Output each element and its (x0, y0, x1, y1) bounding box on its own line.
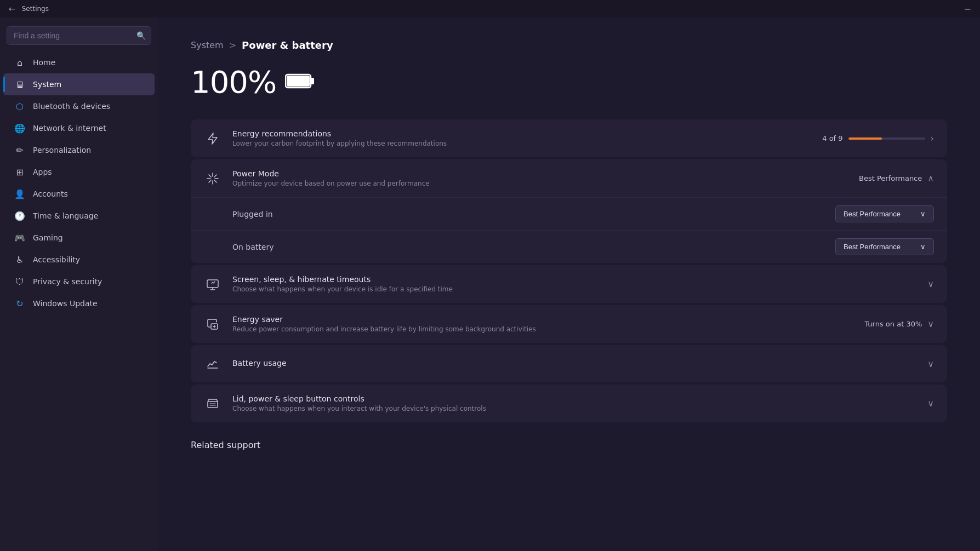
search-input[interactable] (7, 26, 151, 45)
battery-usage-icon (204, 355, 221, 372)
energy-saver-chevron: ∨ (927, 319, 934, 329)
window-controls: − (964, 4, 971, 14)
battery-display: 100% (191, 64, 947, 100)
back-icon[interactable]: ← (9, 4, 15, 13)
battery-icon (285, 70, 315, 95)
personalization-icon: ✏ (14, 145, 25, 156)
energy-recommendations-count: 4 of 9 (822, 134, 842, 142)
sidebar-item-windows-update[interactable]: ↻ Windows Update (3, 292, 155, 314)
sidebar-label-gaming: Gaming (33, 233, 63, 242)
card-energy-saver: Energy saver Reduce power consumption an… (191, 305, 947, 343)
card-lid-controls: Lid, power & sleep button controls Choos… (191, 384, 947, 422)
sidebar-item-gaming[interactable]: 🎮 Gaming (3, 227, 155, 249)
plugged-in-value: Best Performance (844, 210, 901, 218)
power-mode-icon (204, 170, 221, 187)
battery-usage-right: ∨ (927, 359, 934, 369)
breadcrumb-current: Power & battery (242, 39, 333, 51)
card-row-screen-sleep[interactable]: Screen, sleep, & hibernate timeouts Choo… (191, 265, 947, 303)
energy-progress-fill (848, 137, 882, 140)
on-battery-dropdown[interactable]: Best Performance ∨ (835, 238, 934, 255)
card-screen-sleep: Screen, sleep, & hibernate timeouts Choo… (191, 265, 947, 303)
sidebar-item-network[interactable]: 🌐 Network & internet (3, 117, 155, 139)
screen-sleep-icon (204, 276, 221, 293)
card-row-energy-recommendations[interactable]: Energy recommendations Lower your carbon… (191, 119, 947, 157)
app-title: Settings (22, 5, 49, 13)
breadcrumb-parent[interactable]: System (191, 40, 224, 50)
lid-controls-text: Lid, power & sleep button controls Choos… (232, 394, 916, 412)
energy-saver-icon (204, 315, 221, 333)
lid-controls-title: Lid, power & sleep button controls (232, 394, 916, 403)
sidebar-label-bluetooth: Bluetooth & devices (33, 102, 110, 111)
lid-controls-icon (204, 395, 221, 412)
battery-usage-text: Battery usage (232, 359, 916, 369)
minimize-button[interactable]: − (964, 4, 971, 14)
energy-saver-right: Turns on at 30% ∨ (864, 319, 934, 329)
bluetooth-icon: ⬡ (14, 101, 25, 112)
screen-sleep-chevron: ∨ (927, 279, 934, 289)
sidebar-label-time: Time & language (33, 211, 98, 220)
sidebar-label-apps: Apps (33, 168, 52, 176)
related-support: Related support (191, 440, 947, 450)
sidebar-label-accessibility: Accessibility (33, 255, 80, 264)
sidebar-item-home[interactable]: ⌂ Home (3, 51, 155, 73)
system-icon: 🖥 (14, 79, 25, 90)
sidebar-item-time[interactable]: 🕐 Time & language (3, 205, 155, 227)
search-container: 🔍 (7, 26, 151, 45)
sidebar-item-bluetooth[interactable]: ⬡ Bluetooth & devices (3, 95, 155, 117)
power-mode-subtitle: Optimize your device based on power use … (232, 180, 848, 187)
energy-progress-bar (848, 137, 925, 140)
energy-recommendations-text: Energy recommendations Lower your carbon… (232, 129, 811, 147)
sidebar-item-personalization[interactable]: ✏ Personalization (3, 139, 155, 161)
accounts-icon: 👤 (14, 188, 25, 199)
sidebar-item-accessibility[interactable]: ♿ Accessibility (3, 249, 155, 271)
app-body: 🔍 ⌂ Home 🖥 System ⬡ Bluetooth & devices … (0, 18, 980, 551)
power-mode-text: Power Mode Optimize your device based on… (232, 169, 848, 187)
sidebar: 🔍 ⌂ Home 🖥 System ⬡ Bluetooth & devices … (0, 18, 158, 551)
lid-controls-subtitle: Choose what happens when you interact wi… (232, 405, 916, 412)
card-row-battery-usage[interactable]: Battery usage ∨ (191, 345, 947, 382)
battery-usage-title: Battery usage (232, 359, 916, 368)
screen-sleep-right: ∨ (927, 279, 934, 289)
energy-recommendations-right: 4 of 9 › (822, 133, 934, 144)
power-mode-title: Power Mode (232, 169, 848, 178)
energy-recommendations-title: Energy recommendations (232, 129, 811, 138)
energy-recommendations-chevron-right: › (931, 133, 934, 144)
network-icon: 🌐 (14, 123, 25, 134)
on-battery-label: On battery (232, 243, 835, 251)
card-row-energy-saver[interactable]: Energy saver Reduce power consumption an… (191, 305, 947, 343)
related-support-label: Related support (191, 440, 260, 450)
screen-sleep-text: Screen, sleep, & hibernate timeouts Choo… (232, 275, 916, 293)
gaming-icon: 🎮 (14, 232, 25, 243)
screen-sleep-title: Screen, sleep, & hibernate timeouts (232, 275, 916, 284)
energy-saver-text: Energy saver Reduce power consumption an… (232, 315, 853, 333)
power-mode-chevron-up: ∧ (927, 173, 934, 183)
card-row-lid-controls[interactable]: Lid, power & sleep button controls Choos… (191, 384, 947, 422)
sidebar-item-privacy[interactable]: 🛡 Privacy & security (3, 271, 155, 292)
power-mode-current: Best Performance (859, 174, 922, 182)
svg-rect-3 (207, 280, 218, 288)
sidebar-item-apps[interactable]: ⊞ Apps (3, 161, 155, 183)
accessibility-icon: ♿ (14, 254, 25, 265)
on-battery-value: Best Performance (844, 243, 901, 251)
windows-update-icon: ↻ (14, 298, 25, 309)
svg-rect-5 (208, 401, 218, 407)
lid-controls-chevron: ∨ (927, 398, 934, 409)
plugged-in-dropdown[interactable]: Best Performance ∨ (835, 205, 934, 222)
card-battery-usage: Battery usage ∨ (191, 345, 947, 382)
battery-usage-chevron: ∨ (927, 359, 934, 369)
energy-recommendations-icon (204, 130, 221, 147)
titlebar-left: ← Settings (9, 4, 49, 13)
breadcrumb: System > Power & battery (191, 39, 947, 51)
power-mode-header[interactable]: Power Mode Optimize your device based on… (191, 159, 947, 197)
sidebar-label-accounts: Accounts (33, 190, 68, 198)
sidebar-item-accounts[interactable]: 👤 Accounts (3, 183, 155, 205)
energy-saver-status: Turns on at 30% (864, 320, 922, 328)
sidebar-item-system[interactable]: 🖥 System (3, 73, 155, 95)
power-subrow-plugged-in: Plugged in Best Performance ∨ (191, 197, 947, 230)
sidebar-label-privacy: Privacy & security (33, 277, 102, 286)
power-subrow-on-battery: On battery Best Performance ∨ (191, 230, 947, 263)
breadcrumb-separator: > (229, 40, 236, 50)
plugged-in-label: Plugged in (232, 210, 835, 219)
apps-icon: ⊞ (14, 167, 25, 177)
screen-sleep-subtitle: Choose what happens when your device is … (232, 285, 916, 293)
